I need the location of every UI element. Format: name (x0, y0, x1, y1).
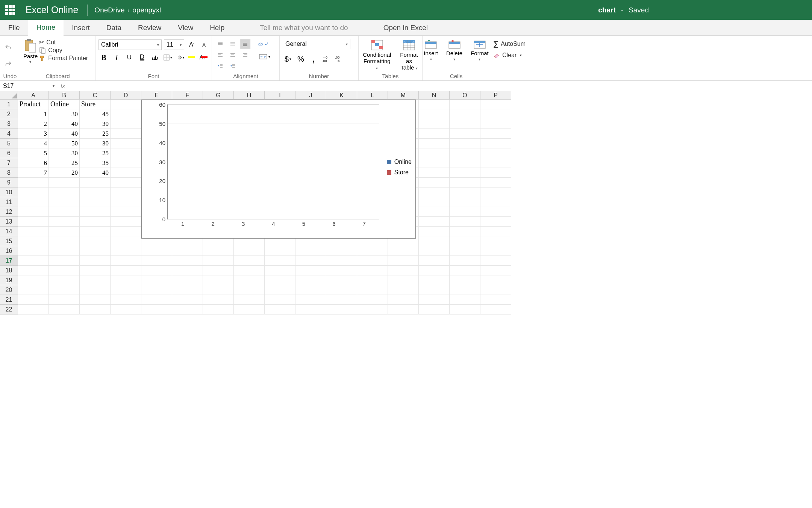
cell[interactable] (419, 129, 450, 139)
app-launcher-icon[interactable] (5, 5, 15, 15)
cell[interactable] (450, 148, 480, 158)
cell[interactable] (450, 100, 480, 109)
cell[interactable] (450, 246, 480, 256)
cell[interactable] (326, 275, 357, 285)
tell-me-search[interactable]: Tell me what you want to do (251, 20, 356, 35)
cell[interactable] (203, 295, 234, 305)
cell[interactable] (419, 275, 450, 285)
align-middle-button[interactable] (227, 39, 238, 49)
cell[interactable] (141, 256, 172, 266)
grow-font-button[interactable]: Aˆ (186, 39, 197, 50)
open-in-excel[interactable]: Open in Excel (375, 20, 436, 35)
cell[interactable] (234, 256, 265, 266)
tab-home[interactable]: Home (28, 20, 64, 36)
cell[interactable] (80, 246, 111, 256)
cell[interactable] (111, 129, 141, 139)
cell[interactable] (450, 178, 480, 187)
cell[interactable] (450, 266, 480, 275)
cell[interactable] (326, 266, 357, 275)
column-header[interactable]: P (480, 91, 511, 100)
cell[interactable] (265, 246, 295, 256)
cell[interactable] (265, 266, 295, 275)
cell[interactable] (357, 275, 388, 285)
row-header[interactable]: 17 (0, 256, 18, 266)
tab-help[interactable]: Help (201, 20, 233, 35)
cell[interactable] (480, 217, 511, 227)
cell[interactable] (111, 168, 141, 178)
cell[interactable] (450, 305, 480, 314)
clear-button[interactable]: Clear▾ (493, 52, 522, 59)
cell[interactable] (111, 217, 141, 227)
cell[interactable] (480, 139, 511, 148)
cell[interactable]: 30 (80, 139, 111, 148)
column-header[interactable]: L (357, 91, 388, 100)
cell[interactable] (111, 100, 141, 109)
cell[interactable] (450, 197, 480, 207)
cell[interactable] (480, 178, 511, 187)
cell[interactable] (111, 256, 141, 266)
cell[interactable] (480, 227, 511, 236)
cell[interactable] (172, 246, 203, 256)
cell[interactable] (419, 236, 450, 246)
merge-cells-button[interactable]: ▾ (256, 51, 273, 62)
cell[interactable] (450, 187, 480, 197)
cell[interactable] (326, 256, 357, 266)
row-header[interactable]: 8 (0, 168, 18, 178)
cell[interactable] (419, 168, 450, 178)
cell[interactable] (141, 295, 172, 305)
row-header[interactable]: 16 (0, 246, 18, 256)
column-header[interactable]: C (80, 91, 111, 100)
insert-cells-button[interactable]: Insert▾ (421, 39, 440, 62)
autosum-button[interactable]: ∑AutoSum (493, 39, 526, 48)
cell[interactable] (265, 295, 295, 305)
cell[interactable] (419, 197, 450, 207)
row-header[interactable]: 11 (0, 197, 18, 207)
cell[interactable] (49, 197, 80, 207)
cell[interactable] (388, 295, 419, 305)
column-header[interactable]: M (388, 91, 419, 100)
cell[interactable] (388, 305, 419, 314)
cell[interactable] (419, 109, 450, 119)
cell[interactable] (80, 236, 111, 246)
cell[interactable] (49, 285, 80, 295)
cell[interactable] (295, 285, 326, 295)
currency-button[interactable]: $▾ (283, 54, 293, 64)
format-cells-button[interactable]: Format▾ (468, 39, 491, 62)
cell[interactable] (18, 227, 49, 236)
cell[interactable] (203, 305, 234, 314)
cell[interactable] (80, 305, 111, 314)
cell[interactable] (49, 217, 80, 227)
cell[interactable] (80, 266, 111, 275)
cell[interactable] (18, 217, 49, 227)
cell[interactable] (295, 275, 326, 285)
align-right-button[interactable] (240, 50, 250, 60)
breadcrumb-folder[interactable]: openpyxl (132, 6, 161, 14)
cell[interactable] (111, 187, 141, 197)
cell[interactable] (111, 295, 141, 305)
cell[interactable] (419, 295, 450, 305)
cell[interactable] (419, 305, 450, 314)
cell[interactable] (450, 119, 480, 129)
row-header[interactable]: 10 (0, 187, 18, 197)
row-header[interactable]: 13 (0, 217, 18, 227)
document-name[interactable]: chart (598, 6, 615, 14)
cell[interactable] (419, 266, 450, 275)
cell[interactable] (480, 266, 511, 275)
cell[interactable] (480, 275, 511, 285)
increase-indent-button[interactable] (227, 60, 238, 71)
row-header[interactable]: 15 (0, 236, 18, 246)
cell[interactable] (111, 285, 141, 295)
cell[interactable] (480, 119, 511, 129)
cell[interactable] (450, 129, 480, 139)
cell[interactable] (480, 100, 511, 109)
cell[interactable] (480, 129, 511, 139)
column-header[interactable]: B (49, 91, 80, 100)
row-header[interactable]: 12 (0, 207, 18, 217)
tab-review[interactable]: Review (130, 20, 170, 35)
cell[interactable]: 1 (18, 109, 49, 119)
cell[interactable]: 5 (18, 148, 49, 158)
select-all-corner[interactable] (0, 91, 18, 100)
cell[interactable] (357, 266, 388, 275)
cell[interactable]: Store (80, 100, 111, 109)
cell[interactable]: 30 (80, 119, 111, 129)
